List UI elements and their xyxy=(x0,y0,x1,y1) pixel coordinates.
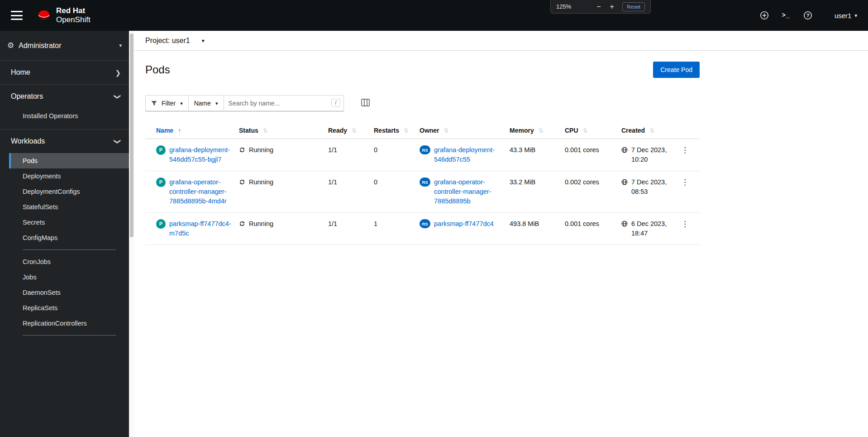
pod-restarts: 0 xyxy=(374,146,377,154)
sidebar-item-deployments[interactable]: Deployments xyxy=(9,168,129,184)
gear-icon: ⚙ xyxy=(7,41,14,50)
column-label: Created xyxy=(621,127,645,134)
redhat-hat-icon xyxy=(35,9,52,22)
pods-table: Name↑ Status⇅ Ready⇅ Restarts⇅ Owner⇅ xyxy=(145,122,700,245)
zoom-reset-button[interactable]: Reset xyxy=(622,2,645,11)
pod-ready: 1/1 xyxy=(328,146,337,154)
nav-toggle-button[interactable] xyxy=(11,11,23,20)
sidebar-item-replicasets[interactable]: ReplicaSets xyxy=(9,300,129,316)
sidebar-item-jobs[interactable]: Jobs xyxy=(9,269,129,285)
manage-columns-button[interactable] xyxy=(359,97,372,110)
sort-icon: ⇅ xyxy=(404,127,409,134)
sync-running-icon xyxy=(239,147,245,153)
quick-create-icon[interactable] xyxy=(759,10,769,20)
user-menu[interactable]: user1 ▾ xyxy=(835,12,857,19)
zoom-in-button[interactable]: + xyxy=(609,3,615,10)
zoom-out-button[interactable]: − xyxy=(596,3,601,10)
create-pod-button[interactable]: Create Pod xyxy=(653,62,700,78)
column-header-cpu[interactable]: CPU⇅ xyxy=(565,122,621,139)
sidebar-item-home[interactable]: Home ❯ xyxy=(0,61,129,84)
row-kebab-menu[interactable]: ⋮ xyxy=(678,178,692,187)
sidebar-item-pods[interactable]: Pods xyxy=(9,153,129,168)
project-selector[interactable]: Project: user1 ▾ xyxy=(145,37,205,45)
sync-running-icon xyxy=(239,221,245,227)
sort-icon: ⇅ xyxy=(539,127,544,134)
sidebar-item-operators[interactable]: Operators ❯ xyxy=(0,85,129,108)
filter-dropdown[interactable]: Filter ▾ xyxy=(145,95,189,111)
pod-badge: P xyxy=(156,178,166,187)
pod-badge: P xyxy=(156,145,166,155)
chevron-down-icon: ▾ xyxy=(854,13,857,18)
column-header-status[interactable]: Status⇅ xyxy=(239,122,328,139)
page-title: Pods xyxy=(145,63,170,76)
globe-icon xyxy=(621,179,628,185)
perspective-switcher[interactable]: ⚙ Administrator ▾ xyxy=(0,31,129,61)
search-input[interactable] xyxy=(224,96,343,111)
sidebar-item-configmaps[interactable]: ConfigMaps xyxy=(9,230,129,245)
pod-badge: P xyxy=(156,219,166,229)
sync-running-icon xyxy=(239,179,245,185)
sort-ascending-icon: ↑ xyxy=(178,127,181,134)
pod-name-link[interactable]: grafana-deployment-546dd57c55-bgjl7 xyxy=(169,145,232,164)
columns-icon xyxy=(361,99,370,106)
pod-restarts: 0 xyxy=(374,178,377,186)
column-label: Memory xyxy=(510,127,534,134)
pod-memory: 43.3 MiB xyxy=(510,146,535,154)
column-header-ready[interactable]: Ready⇅ xyxy=(328,122,374,139)
owner-link[interactable]: parksmap-ff7477dc4 xyxy=(434,219,494,229)
masthead-logo[interactable]: Red Hat OpenShift xyxy=(35,6,91,24)
svg-text:?: ? xyxy=(806,13,810,18)
column-label: Name xyxy=(156,127,173,134)
replicaset-badge: RS xyxy=(420,219,430,228)
globe-icon xyxy=(621,221,628,227)
sidebar-scrollbar[interactable] xyxy=(129,31,134,437)
sidebar-scrollbar-thumb[interactable] xyxy=(130,34,134,237)
nav-divider xyxy=(23,250,116,250)
perspective-label: Administrator xyxy=(19,42,61,50)
globe-icon xyxy=(621,147,628,153)
column-header-owner[interactable]: Owner⇅ xyxy=(420,122,510,139)
sidebar-item-replicationcontrollers[interactable]: ReplicationControllers xyxy=(9,316,129,331)
pod-created: 6 Dec 2023, 18:47 xyxy=(631,219,671,238)
column-header-restarts[interactable]: Restarts⇅ xyxy=(374,122,420,139)
search-field: / xyxy=(224,95,344,111)
owner-link[interactable]: grafana-operator-controller-manager-7885… xyxy=(434,178,502,206)
sidebar-item-daemonsets[interactable]: DaemonSets xyxy=(9,285,129,300)
help-icon[interactable]: ? xyxy=(803,10,813,20)
column-header-created[interactable]: Created⇅ xyxy=(621,122,678,139)
pod-cpu: 0.002 cores xyxy=(565,178,599,186)
pod-name-link[interactable]: parksmap-ff7477dc4-m7d5c xyxy=(169,219,232,238)
filter-icon xyxy=(151,101,157,106)
row-kebab-menu[interactable]: ⋮ xyxy=(678,145,692,155)
terminal-icon[interactable]: >_ xyxy=(781,10,791,20)
nav-divider xyxy=(23,335,116,336)
pods-table-body: P grafana-deployment-546dd57c55-bgjl7 Ru… xyxy=(145,139,700,245)
sidebar-item-secrets[interactable]: Secrets xyxy=(9,215,129,230)
sort-icon: ⇅ xyxy=(352,127,357,134)
pod-cpu: 0.001 cores xyxy=(565,220,599,227)
sidebar-item-deploymentconfigs[interactable]: DeploymentConfigs xyxy=(9,184,129,199)
filter-dropdown-label: Filter xyxy=(162,100,176,107)
sidebar-item-workloads[interactable]: Workloads ❯ xyxy=(0,130,129,153)
sidebar-item-installed-operators[interactable]: Installed Operators xyxy=(9,108,129,124)
pod-restarts: 1 xyxy=(374,220,377,227)
owner-link[interactable]: grafana-deployment-546dd57c55 xyxy=(434,145,502,164)
search-attribute-label: Name xyxy=(194,100,211,107)
column-header-memory[interactable]: Memory⇅ xyxy=(510,122,565,139)
pod-created: 7 Dec 2023, 08:53 xyxy=(631,178,671,197)
row-kebab-menu[interactable]: ⋮ xyxy=(678,219,692,229)
sidebar-item-statefulsets[interactable]: StatefulSets xyxy=(9,199,129,215)
chevron-right-icon: ❯ xyxy=(115,69,121,76)
masthead: Red Hat OpenShift >_ ? user1 ▾ 125% − + … xyxy=(0,0,868,31)
search-attribute-dropdown[interactable]: Name ▾ xyxy=(188,95,224,111)
slash-shortcut-hint: / xyxy=(331,99,340,107)
column-header-name[interactable]: Name↑ xyxy=(145,122,239,139)
chevron-down-icon: ❯ xyxy=(114,139,121,144)
zoom-level: 125% xyxy=(556,3,588,10)
chevron-down-icon: ▾ xyxy=(215,101,218,106)
sidebar-item-cronjobs[interactable]: CronJobs xyxy=(9,254,129,269)
home-label: Home xyxy=(11,68,30,77)
pod-memory: 33.2 MiB xyxy=(510,178,535,186)
pod-name-link[interactable]: grafana-operator-controller-manager-7885… xyxy=(169,178,232,206)
operators-label: Operators xyxy=(11,92,43,101)
